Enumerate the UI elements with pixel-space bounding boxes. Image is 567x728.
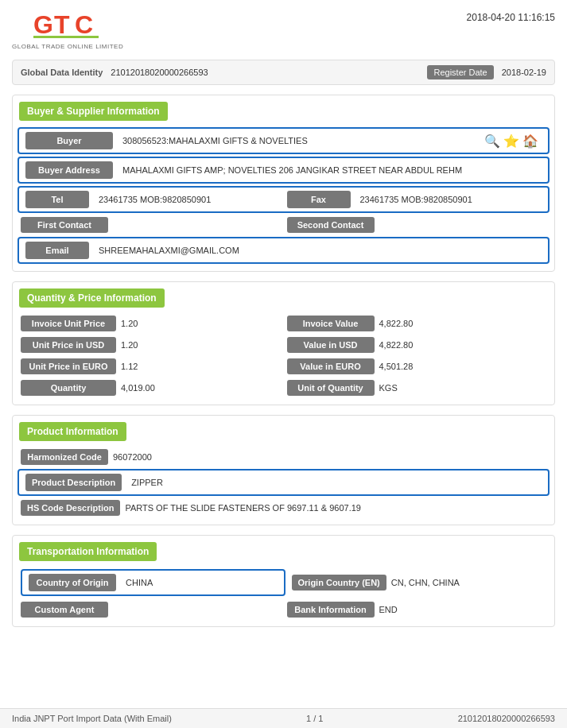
- tel-value: 23461735 MOB:9820850901: [92, 191, 284, 208]
- svg-text:C: C: [75, 10, 93, 39]
- qty-right-label-2: Value in EURO: [287, 358, 375, 374]
- quantity-price-title: Quantity & Price Information: [19, 288, 165, 308]
- fax-label: Fax: [287, 191, 351, 208]
- qty-right-label-0: Invoice Value: [287, 316, 375, 331]
- footer-center: 1 / 1: [306, 714, 323, 723]
- origin-country-en-field: Origin Country (EN) CN, CHN, CHINA: [292, 575, 547, 591]
- tel-label: Tel: [25, 191, 89, 208]
- custom-agent-value: [108, 606, 281, 613]
- email-label: Email: [25, 242, 89, 259]
- gtc-logo: G T C: [32, 8, 103, 41]
- buyer-supplier-section: Buyer & Supplier Information Buyer 30805…: [12, 95, 555, 272]
- footer: India JNPT Port Import Data (With Email)…: [0, 708, 567, 728]
- transportation-section: Transportation Information Country of Or…: [12, 535, 555, 627]
- qty-left-label-2: Unit Price in EURO: [21, 358, 116, 374]
- product-info-title: Product Information: [19, 422, 126, 441]
- second-contact-value: [375, 222, 547, 228]
- qty-right-value-1: 4,822.80: [375, 337, 547, 353]
- qty-right-label-3: Unit of Quantity: [287, 380, 375, 396]
- country-origin-value: CHINA: [119, 574, 281, 591]
- bank-info-label: Bank Information: [287, 602, 375, 618]
- origin-country-en-value: CN, CHN, CHINA: [386, 575, 546, 591]
- qty-right-value-2: 4,501.28: [375, 358, 547, 374]
- register-date-label: Register Date: [427, 65, 493, 79]
- buyer-label: Buyer: [25, 132, 113, 149]
- buyer-address-row: Buyer Address MAHALAXMI GIFTS AMP; NOVEL…: [17, 157, 550, 184]
- first-contact-label: First Contact: [21, 217, 108, 233]
- home-icon[interactable]: 🏠: [522, 134, 538, 149]
- bank-info-value: END: [375, 602, 547, 618]
- company-name: GLOBAL TRADE ONLINE LIMITED: [12, 43, 123, 50]
- second-contact-label: Second Contact: [287, 217, 375, 233]
- qty-left-value-2: 1.12: [116, 358, 281, 374]
- contacts-row: First Contact Second Contact: [17, 215, 550, 234]
- qty-right-label-1: Value in USD: [287, 337, 375, 353]
- qty-left-value-0: 1.20: [116, 316, 281, 331]
- buyer-address-label: Buyer Address: [25, 161, 113, 179]
- country-origin-label: Country of Origin: [29, 574, 116, 591]
- country-origin-field: Country of Origin CHINA: [21, 569, 285, 596]
- datetime: 2018-04-20 11:16:15: [467, 8, 555, 23]
- harmonized-code-value: 96072000: [108, 449, 546, 465]
- svg-text:T: T: [54, 10, 70, 39]
- buyer-icons[interactable]: 🔍 ⭐ 🏠: [478, 134, 545, 149]
- qty-left-label-1: Unit Price in USD: [21, 337, 116, 353]
- tel-fax-row: Tel 23461735 MOB:9820850901 Fax 23461735…: [17, 186, 550, 213]
- buyer-row: Buyer 308056523:MAHALAXMI GIFTS & NOVELT…: [17, 127, 550, 154]
- qty-left-value-3: 4,019.00: [116, 380, 281, 396]
- search-icon[interactable]: 🔍: [484, 134, 500, 149]
- qty-left-label-0: Invoice Unit Price: [21, 316, 116, 331]
- footer-right: 21012018020000266593: [458, 714, 555, 723]
- logo-container: G T C GLOBAL TRADE ONLINE LIMITED: [12, 8, 123, 50]
- svg-rect-3: [33, 36, 99, 38]
- hs-code-row: HS Code Description PARTS OF THE SLIDE F…: [17, 498, 550, 517]
- svg-text:G: G: [33, 10, 53, 39]
- qty-right-value-3: KGS: [375, 380, 547, 396]
- global-id-row: Global Data Identity 2101201802000026659…: [12, 60, 555, 85]
- product-desc-row: Product Description ZIPPER: [17, 469, 550, 496]
- fax-value: 23461735 MOB:9820850901: [354, 191, 546, 208]
- qty-left-value-1: 1.20: [116, 337, 281, 353]
- qty-price-row-1: Unit Price in USD 1.20 Value in USD 4,82…: [17, 335, 550, 354]
- custom-bank-row: Custom Agent Bank Information END: [17, 600, 550, 619]
- footer-left: India JNPT Port Import Data (With Email): [12, 714, 172, 723]
- global-id-value: 21012018020000266593: [111, 68, 419, 77]
- origin-country-en-label: Origin Country (EN): [292, 575, 386, 591]
- buyer-value: 308056523:MAHALAXMI GIFTS & NOVELTIES: [116, 132, 478, 149]
- product-info-section: Product Information Harmonized Code 9607…: [12, 415, 555, 525]
- qty-price-row-2: Unit Price in EURO 1.12 Value in EURO 4,…: [17, 357, 550, 376]
- transportation-title: Transportation Information: [19, 542, 157, 561]
- harmonized-code-label: Harmonized Code: [21, 449, 108, 465]
- qty-price-row-3: Quantity 4,019.00 Unit of Quantity KGS: [17, 378, 550, 397]
- first-contact-value: [108, 222, 281, 228]
- product-desc-label: Product Description: [25, 474, 122, 491]
- buyer-address-value: MAHALAXMI GIFTS AMP; NOVELTIES 206 JANGI…: [116, 161, 545, 179]
- country-origin-row: Country of Origin CHINA Origin Country (…: [17, 567, 550, 598]
- harmonized-code-row: Harmonized Code 96072000: [17, 447, 550, 467]
- hs-code-label: HS Code Description: [21, 500, 120, 516]
- header: G T C GLOBAL TRADE ONLINE LIMITED 2018-0…: [12, 8, 555, 50]
- email-value: SHREEMAHALAXMI@GMAIL.COM: [92, 242, 545, 259]
- email-row: Email SHREEMAHALAXMI@GMAIL.COM: [17, 237, 550, 264]
- buyer-supplier-title: Buyer & Supplier Information: [19, 102, 168, 121]
- qty-right-value-0: 4,822.80: [375, 316, 547, 331]
- custom-agent-field: Custom Agent: [21, 602, 281, 618]
- bank-info-field: Bank Information END: [287, 602, 547, 618]
- qty-left-label-3: Quantity: [21, 380, 116, 396]
- product-desc-value: ZIPPER: [125, 474, 545, 491]
- register-date-value: 2018-02-19: [502, 68, 546, 77]
- star-icon[interactable]: ⭐: [503, 134, 519, 149]
- hs-code-value: PARTS OF THE SLIDE FASTENERS OF 9697.11 …: [120, 500, 546, 516]
- global-id-label: Global Data Identity: [21, 68, 103, 77]
- qty-price-row-0: Invoice Unit Price 1.20 Invoice Value 4,…: [17, 314, 550, 333]
- quantity-price-section: Quantity & Price Information Invoice Uni…: [12, 281, 555, 405]
- custom-agent-label: Custom Agent: [21, 602, 108, 618]
